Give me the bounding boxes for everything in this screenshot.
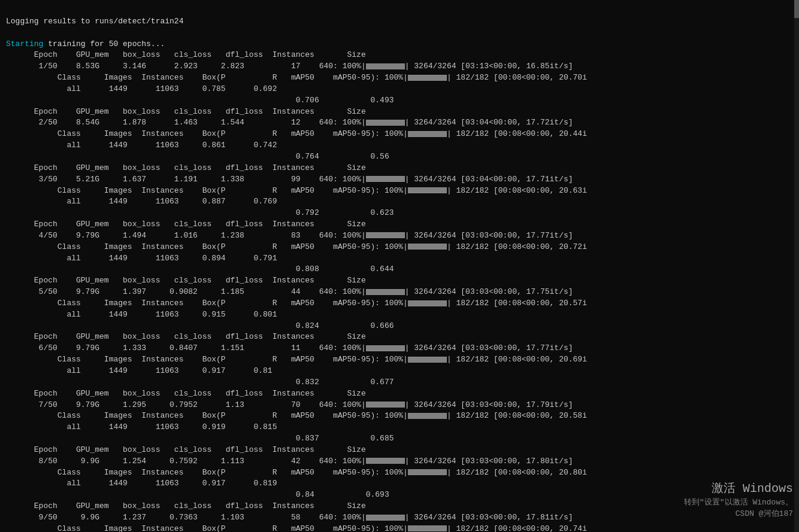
- watermark-title: 激活 Windows: [684, 480, 793, 497]
- log-line1: Logging results to runs/detect/train24: [6, 17, 183, 26]
- starting-keyword: Starting: [6, 39, 43, 48]
- epoch-row-5: Epoch GPU_mem box_loss cls_loss dfl_loss…: [6, 275, 793, 332]
- epoch-row-7: Epoch GPU_mem box_loss cls_loss dfl_loss…: [6, 388, 793, 445]
- epoch-row-2: Epoch GPU_mem box_loss cls_loss dfl_loss…: [6, 107, 793, 163]
- scrollbar-thumb[interactable]: [794, 0, 799, 18]
- epoch-row-1: Epoch GPU_mem box_loss cls_loss dfl_loss…: [6, 50, 793, 106]
- epoch-container: Epoch GPU_mem box_loss cls_loss dfl_loss…: [6, 50, 793, 532]
- epoch-row-6: Epoch GPU_mem box_loss cls_loss dfl_loss…: [6, 332, 793, 388]
- epoch-row-8: Epoch GPU_mem box_loss cls_loss dfl_loss…: [6, 445, 793, 501]
- log-line2-rest: training for 50 epochs...: [43, 39, 165, 48]
- terminal-window: Logging results to runs/detect/train24 S…: [6, 5, 793, 50]
- epoch-row-9: Epoch GPU_mem box_loss cls_loss dfl_loss…: [6, 501, 793, 532]
- epoch-row-3: Epoch GPU_mem box_loss cls_loss dfl_loss…: [6, 163, 793, 219]
- watermark: 激活 Windows 转到"设置"以激活 Windows。 CSDN @河伯18…: [684, 480, 793, 520]
- scrollbar[interactable]: [794, 0, 799, 532]
- watermark-line2: CSDN @河伯187: [684, 509, 793, 520]
- watermark-line1: 转到"设置"以激活 Windows。: [684, 497, 793, 509]
- epoch-row-4: Epoch GPU_mem box_loss cls_loss dfl_loss…: [6, 219, 793, 275]
